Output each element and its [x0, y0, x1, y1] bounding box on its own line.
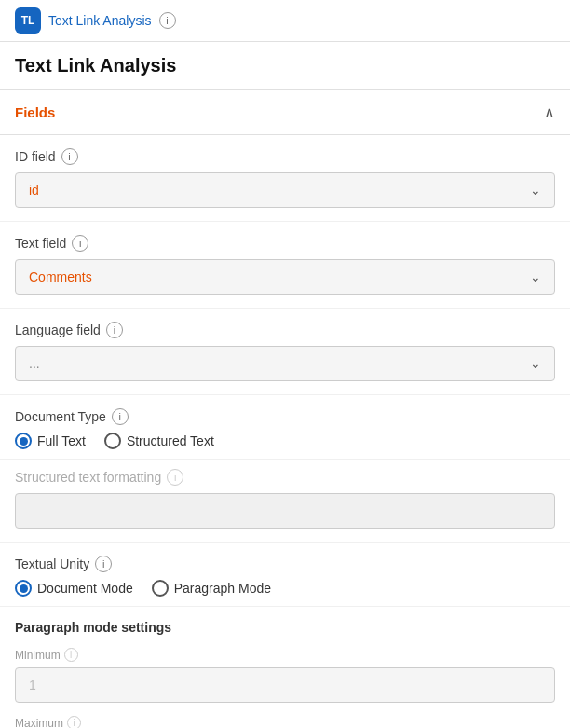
document-type-row: Document Type i Full Text Structured Tex…: [0, 395, 570, 460]
nav-app-title: Text Link Analysis: [48, 13, 152, 28]
fields-section: Fields ∧ ID field i id ⌄ Text field i Co…: [0, 90, 570, 728]
paragraph-mode-settings-row: Paragraph mode settings Minimum i 1 Maxi…: [0, 607, 570, 728]
radio-paragraph-mode[interactable]: Paragraph Mode: [152, 580, 271, 597]
radio-document-mode[interactable]: Document Mode: [15, 580, 133, 597]
id-field-label: ID field i: [15, 148, 555, 165]
language-field-info-icon[interactable]: i: [106, 322, 123, 338]
textual-unity-row: Textual Unity i Document Mode Paragraph …: [0, 543, 570, 607]
id-field-value: id: [29, 183, 39, 198]
structured-text-formatting-info-icon[interactable]: i: [167, 469, 183, 486]
language-field-label: Language field i: [15, 322, 555, 338]
radio-full-text[interactable]: Full Text: [15, 433, 86, 449]
page-header: Text Link Analysis: [0, 42, 570, 90]
id-field-dropdown-arrow: ⌄: [530, 183, 541, 198]
document-type-radio-group: Full Text Structured Text: [15, 433, 555, 449]
radio-structured-text-circle: [104, 433, 121, 449]
language-field-placeholder: ...: [29, 356, 40, 371]
language-field-select[interactable]: ... ⌄: [15, 346, 555, 381]
app-icon: TL: [15, 7, 41, 34]
radio-full-text-label: Full Text: [37, 433, 86, 448]
radio-document-mode-circle: [15, 580, 32, 597]
maximum-label: Maximum i: [15, 716, 555, 728]
language-field-dropdown-arrow: ⌄: [530, 356, 541, 371]
document-type-label: Document Type i: [15, 408, 555, 425]
nav-info-icon[interactable]: i: [159, 12, 176, 29]
text-field-select[interactable]: Comments ⌄: [15, 259, 555, 295]
maximum-info-icon[interactable]: i: [67, 716, 81, 728]
structured-text-formatting-label: Structured text formatting i: [15, 469, 555, 486]
radio-paragraph-mode-label: Paragraph Mode: [174, 581, 271, 596]
fields-section-title: Fields: [15, 104, 55, 120]
text-field-dropdown-arrow: ⌄: [530, 269, 541, 284]
radio-structured-text[interactable]: Structured Text: [104, 433, 214, 449]
textual-unity-label: Textual Unity i: [15, 556, 555, 572]
text-field-row: Text field i Comments ⌄: [0, 222, 570, 309]
text-field-label: Text field i: [15, 235, 555, 252]
minimum-label: Minimum i: [15, 648, 555, 662]
radio-document-mode-dot: [20, 584, 28, 593]
textual-unity-radio-group: Document Mode Paragraph Mode: [15, 580, 555, 597]
page-title: Text Link Analysis: [15, 55, 555, 76]
language-field-row: Language field i ... ⌄: [0, 309, 570, 395]
textual-unity-info-icon[interactable]: i: [95, 556, 112, 572]
structured-text-formatting-row: Structured text formatting i: [0, 460, 570, 543]
document-type-info-icon[interactable]: i: [112, 408, 129, 425]
radio-full-text-dot: [20, 437, 28, 446]
paragraph-mode-settings-title: Paragraph mode settings: [15, 620, 555, 635]
radio-full-text-circle: [15, 433, 32, 449]
fields-section-header: Fields ∧: [0, 90, 570, 135]
minimum-input[interactable]: 1: [15, 667, 555, 703]
minimum-info-icon[interactable]: i: [64, 648, 78, 662]
radio-document-mode-label: Document Mode: [37, 581, 133, 596]
text-field-info-icon[interactable]: i: [72, 235, 88, 252]
id-field-info-icon[interactable]: i: [61, 148, 78, 165]
structured-text-formatting-input[interactable]: [15, 493, 555, 529]
radio-structured-text-label: Structured Text: [127, 433, 214, 448]
fields-collapse-chevron[interactable]: ∧: [544, 103, 555, 121]
id-field-row: ID field i id ⌄: [0, 135, 570, 222]
text-field-value: Comments: [29, 269, 92, 284]
radio-paragraph-mode-circle: [152, 580, 169, 597]
id-field-select[interactable]: id ⌄: [15, 172, 555, 208]
top-bar: TL Text Link Analysis i: [0, 0, 570, 42]
